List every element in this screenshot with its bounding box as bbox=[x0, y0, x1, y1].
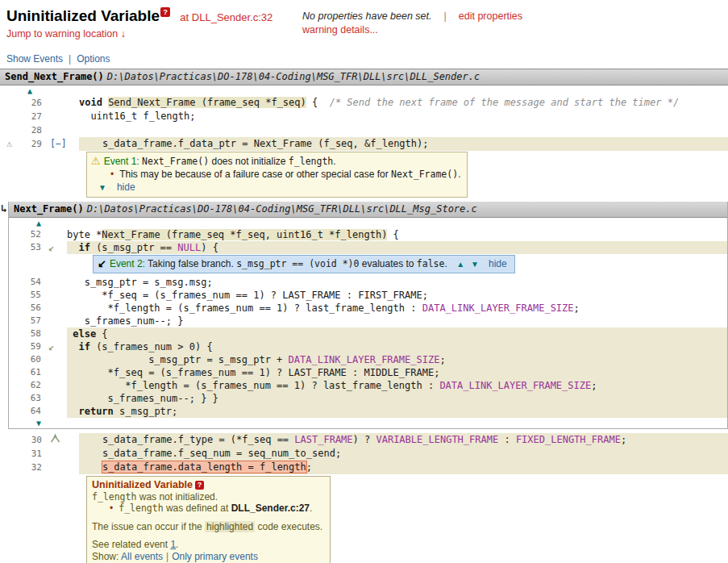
scroll-down-arrow-store[interactable]: ▼ bbox=[9, 418, 727, 428]
gutter-spacer bbox=[42, 123, 79, 137]
code-evt: Event 1: bbox=[104, 156, 139, 167]
gutter-spacer bbox=[41, 228, 67, 241]
function-name-sender[interactable]: Send_Next_Frame() bbox=[5, 71, 104, 82]
line-number[interactable]: 26 bbox=[21, 96, 42, 110]
warning-triangle-icon[interactable]: ⚠ bbox=[0, 137, 21, 151]
event-nav-arrow-icon[interactable]: ▼ bbox=[98, 183, 106, 192]
code-text: (s_msg_ptr == bbox=[90, 242, 177, 253]
warning-details-link[interactable]: warning details... bbox=[302, 24, 378, 35]
code-text-cell: s_data_frame.data_length = f_length; bbox=[79, 461, 728, 474]
line-number[interactable]: 30 bbox=[21, 433, 42, 447]
code-text: uint16_t f_length; bbox=[79, 111, 196, 122]
callsite-arrow-icon: ↳ bbox=[1, 202, 7, 215]
line-number[interactable]: 61 bbox=[9, 366, 41, 379]
line-number[interactable]: 31 bbox=[21, 447, 42, 461]
gutter-spacer bbox=[41, 289, 67, 302]
code-line-53: 53↙ if (s_msg_ptr == NULL) { bbox=[9, 241, 727, 254]
line-number[interactable]: 56 bbox=[9, 302, 41, 315]
line-number[interactable]: 62 bbox=[9, 379, 41, 392]
line-number[interactable]: 63 bbox=[9, 392, 41, 405]
line-number[interactable]: 27 bbox=[21, 110, 42, 123]
event-nav-arrow-icon[interactable]: ▲ bbox=[456, 260, 464, 269]
scroll-up-arrow-store[interactable]: ▲ bbox=[9, 218, 727, 228]
line-number[interactable]: 60 bbox=[9, 353, 41, 366]
code-m: NULL bbox=[177, 242, 201, 253]
code-text-cell: s_data_frame.f_data_ptr = Next_Frame (f_… bbox=[79, 137, 728, 151]
branch-arrow-icon[interactable]: ↙ bbox=[41, 241, 67, 254]
line-number[interactable]: 52 bbox=[9, 228, 41, 241]
events-toolbar: Show Events|Options bbox=[0, 40, 728, 69]
event-1-detail: •This may be because of a failure case o… bbox=[91, 168, 460, 181]
line-number[interactable]: 55 bbox=[9, 289, 41, 302]
line-number[interactable]: 57 bbox=[9, 315, 41, 327]
nested-section-msg-store: ↳ Next_Frame()D:\Datos\Practicas\DO-178\… bbox=[8, 202, 728, 429]
header-separator: | bbox=[444, 10, 447, 22]
code-text: See related event bbox=[92, 539, 170, 550]
code-text bbox=[79, 461, 102, 473]
function-name-store[interactable]: Next_Frame() bbox=[14, 203, 84, 215]
line-number[interactable]: 59 bbox=[9, 340, 41, 353]
warning-box-line: See related event 1. bbox=[92, 539, 322, 551]
scroll-up-arrow-sender[interactable]: ▲ bbox=[0, 85, 728, 96]
code-line-54: 54 s_msg_ptr = s_msg.msg; bbox=[9, 276, 727, 289]
code-text-cell: s_frames_num--; } bbox=[67, 315, 727, 327]
code-text: evaluates to bbox=[359, 258, 416, 269]
line-number[interactable]: 29 bbox=[21, 137, 42, 151]
return-arrow-icon[interactable] bbox=[42, 433, 79, 447]
branch-arrow-icon[interactable]: ↙ bbox=[41, 340, 67, 353]
code-text: ; bbox=[574, 302, 580, 314]
hide-event-link[interactable]: hide bbox=[489, 258, 507, 269]
code-text: s_data_frame.f_seq_num = seq_num_to_send… bbox=[79, 448, 341, 459]
title-line: Uninitialized Variable? at DLL_Sender.c:… bbox=[6, 7, 302, 25]
code-text-cell: *f_seq = (s_frames_num == 1) ? LAST_FRAM… bbox=[67, 289, 727, 302]
line-number[interactable]: 32 bbox=[21, 461, 42, 474]
code-text: . bbox=[310, 503, 312, 514]
hide-event-link[interactable]: hide bbox=[117, 181, 135, 193]
code-text: s_frames_num--; } } bbox=[67, 393, 218, 404]
code-line-30: 30 s_data_frame.f_type = (*f_seq == LAST… bbox=[0, 433, 728, 447]
code-line-59: 59↙ if (s_frames_num > 0) { bbox=[9, 340, 727, 353]
code-mono: false bbox=[417, 258, 445, 269]
at-label: at bbox=[180, 11, 189, 23]
nav-separator: | bbox=[69, 53, 71, 65]
code-text: s_msg_ptr; bbox=[114, 406, 177, 417]
line-number[interactable]: 54 bbox=[9, 276, 41, 289]
code-text-cell: byte *Next_Frame (frame_seq *f_seq, uint… bbox=[67, 228, 727, 241]
event-1-footer: ▼hide bbox=[91, 181, 460, 194]
code-line-57: 57 s_frames_num--; } bbox=[9, 315, 727, 327]
code-text bbox=[67, 242, 78, 253]
code-text: (s_frames_num > 0) { bbox=[90, 341, 213, 352]
code-text: *f_seq = (s_frames_num == 1) ? LAST_FRAM… bbox=[67, 367, 439, 378]
code-text: . bbox=[444, 258, 450, 269]
code-text: . bbox=[458, 169, 460, 180]
code-k: if bbox=[78, 341, 89, 352]
location-link[interactable]: DLL_Sender.c:32 bbox=[192, 11, 272, 23]
line-number[interactable]: 28 bbox=[21, 123, 42, 137]
line-number[interactable]: 58 bbox=[9, 327, 41, 340]
options-link[interactable]: Options bbox=[77, 53, 110, 65]
help-badge-icon[interactable]: ? bbox=[195, 481, 204, 490]
code-text: { bbox=[387, 229, 398, 240]
code-m: VARIABLE_LENGTH_FRAME bbox=[376, 434, 498, 445]
line-number[interactable]: 53 bbox=[9, 241, 41, 254]
code-line-61: 61 *f_seq = (s_frames_num == 1) ? LAST_F… bbox=[9, 366, 727, 379]
gutter-spacer bbox=[0, 461, 21, 474]
code-text: s_msg_ptr = s_msg.msg; bbox=[67, 277, 213, 288]
jump-to-warning-link[interactable]: Jump to warning location ↓ bbox=[6, 28, 126, 40]
gutter-spacer bbox=[0, 433, 21, 447]
gutter-spacer bbox=[41, 315, 67, 327]
collapse-control[interactable]: [−] bbox=[42, 137, 79, 151]
page-title: Uninitialized Variable bbox=[6, 7, 160, 24]
event-nav-arrow-icon[interactable]: ▼ bbox=[471, 260, 479, 269]
line-number[interactable]: 64 bbox=[9, 405, 41, 418]
edit-properties-link[interactable]: edit properties bbox=[459, 10, 522, 22]
code-text-cell: s_frames_num--; } } bbox=[67, 392, 727, 405]
code-line-28: 28 bbox=[0, 123, 728, 137]
code-tok: Next_Frame (frame_seq *f_seq, uint16_t *… bbox=[102, 229, 387, 240]
gutter-spacer bbox=[42, 110, 79, 123]
code-text: *f_length = (s_frames_num == 1) ? last_f… bbox=[67, 380, 439, 391]
code-link: Only primary events bbox=[172, 551, 258, 562]
help-badge-icon[interactable]: ? bbox=[160, 7, 170, 17]
code-text: ; bbox=[621, 434, 626, 445]
show-events-link[interactable]: Show Events bbox=[6, 53, 63, 65]
